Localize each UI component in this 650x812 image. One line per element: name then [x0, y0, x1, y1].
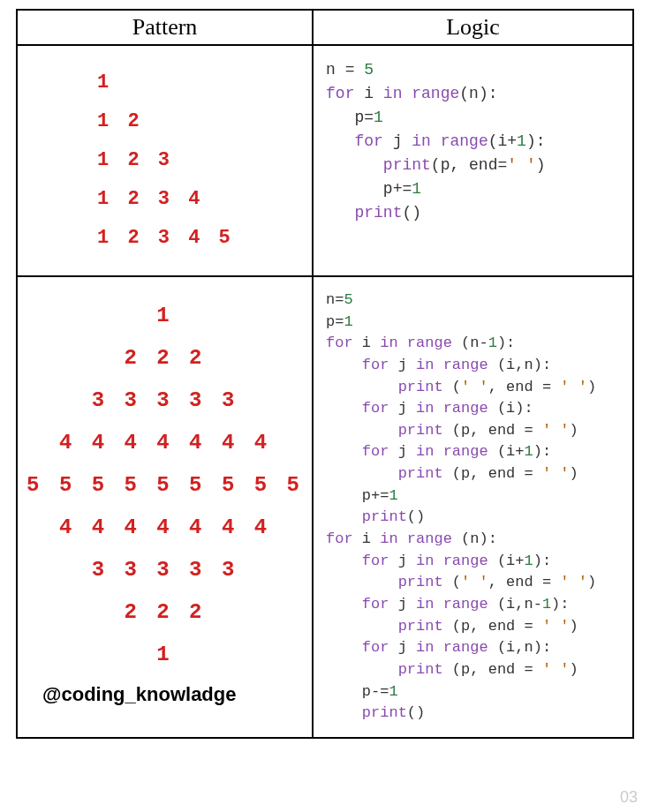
page-number: 03 [620, 788, 638, 807]
p2-line: 4 4 4 4 4 4 4 [26, 507, 303, 549]
pattern-1: 1 1 2 1 2 3 1 2 3 4 1 2 3 4 5 [26, 64, 303, 258]
p2-line: 4 4 4 4 4 4 4 [26, 422, 303, 464]
p2-line: 5 5 5 5 5 5 5 5 5 [26, 464, 303, 507]
p2-line: 1 [26, 295, 303, 337]
p1-line: 1 2 3 4 [97, 180, 303, 219]
row-1: 1 1 2 1 2 3 1 2 3 4 1 2 3 4 5 n = 5 for … [17, 45, 633, 276]
code-1: n = 5 for i in range(n): p=1 for j in ra… [326, 58, 625, 225]
header-pattern: Pattern [17, 10, 313, 45]
pattern-1-cell: 1 1 2 1 2 3 1 2 3 4 1 2 3 4 5 [17, 45, 313, 276]
p2-line: 1 [26, 634, 303, 676]
p1-line: 1 2 [97, 102, 303, 141]
p1-line: 1 2 3 [97, 141, 303, 180]
pattern-logic-table: Pattern Logic 1 1 2 1 2 3 1 2 3 4 1 2 3 … [16, 9, 634, 739]
header-logic: Logic [313, 10, 633, 45]
p2-line: 2 2 2 [26, 591, 303, 634]
p2-line: 3 3 3 3 3 [26, 380, 303, 422]
author-handle: @coding_knowladge [26, 676, 303, 710]
code-2: n=5 p=1 for i in range (n-1): for j in r… [326, 289, 625, 725]
header-row: Pattern Logic [17, 10, 633, 45]
logic-1-cell: n = 5 for i in range(n): p=1 for j in ra… [313, 45, 633, 276]
pattern-2-cell: 1 2 2 2 3 3 3 3 3 4 4 4 4 4 4 4 5 5 5 5 … [17, 276, 313, 738]
p1-line: 1 2 3 4 5 [97, 219, 303, 258]
logic-2-cell: n=5 p=1 for i in range (n-1): for j in r… [313, 276, 633, 738]
p1-line: 1 [97, 64, 303, 102]
p2-line: 3 3 3 3 3 [26, 549, 303, 591]
pattern-2: 1 2 2 2 3 3 3 3 3 4 4 4 4 4 4 4 5 5 5 5 … [26, 295, 303, 676]
row-2: 1 2 2 2 3 3 3 3 3 4 4 4 4 4 4 4 5 5 5 5 … [17, 276, 633, 738]
p2-line: 2 2 2 [26, 337, 303, 380]
